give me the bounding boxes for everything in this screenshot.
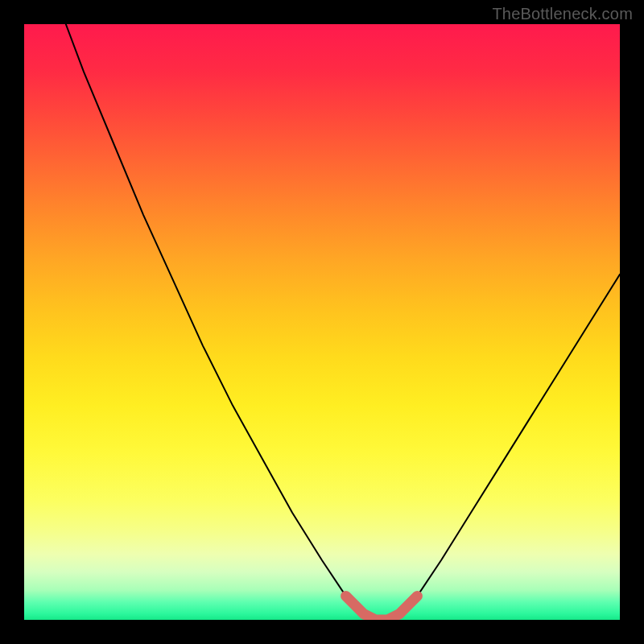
valley-highlight-path [346,596,418,620]
plot-area [24,24,620,620]
bottleneck-curve-path [66,24,620,620]
watermark-text: TheBottleneck.com [492,5,633,23]
chart-stage: TheBottleneck.com [0,0,644,644]
curve-svg [24,24,620,620]
